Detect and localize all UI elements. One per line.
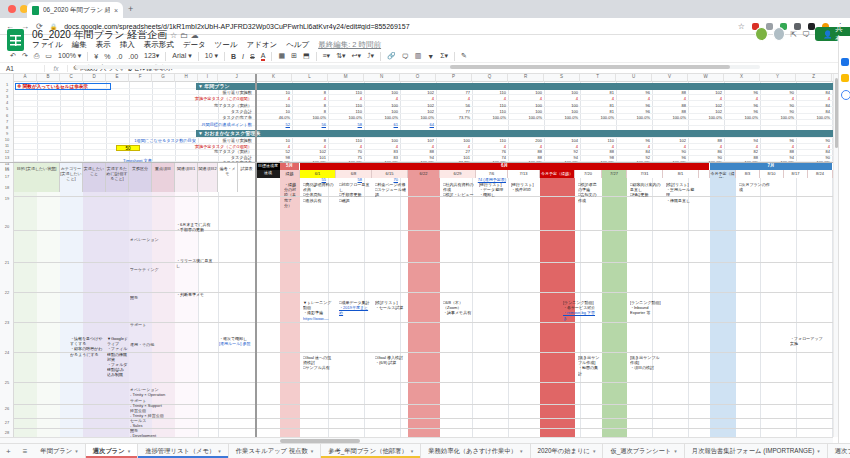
date-header-cell[interactable]: 7/13 bbox=[508, 170, 540, 178]
functions-icon[interactable]: Σ▾ bbox=[440, 52, 448, 60]
stat-value[interactable]: 100 bbox=[364, 90, 399, 96]
column-header[interactable]: G bbox=[152, 74, 175, 82]
row-header[interactable]: 23 bbox=[0, 320, 14, 328]
a1-note-cell[interactable]: ※ 関数が入っているセルは非表示 bbox=[15, 83, 111, 90]
task-cell[interactable]: [抜き出サンプル作成]・項目の検討 bbox=[630, 355, 661, 371]
stat-value[interactable]: 8 bbox=[292, 103, 327, 109]
stat-value[interactable]: 110 bbox=[472, 103, 507, 109]
date-header-cell[interactable]: 今月予定（繰越） bbox=[540, 170, 575, 178]
date-header-cell[interactable]: 8/3 bbox=[736, 170, 760, 178]
horizontal-align-icon[interactable]: ≡▾ bbox=[323, 52, 331, 60]
column-header[interactable]: Z bbox=[796, 74, 832, 82]
date-header-cell[interactable]: 8/1 bbox=[663, 170, 699, 178]
stat-value[interactable] bbox=[796, 177, 831, 183]
stat-value[interactable]: 100 bbox=[508, 103, 543, 109]
bookmark-star-icon[interactable]: ☆ bbox=[738, 22, 745, 31]
stat-value[interactable]: 110 bbox=[328, 103, 363, 109]
stat-value[interactable]: 81 bbox=[580, 109, 615, 115]
stat-value[interactable] bbox=[796, 122, 831, 128]
date-header-cell[interactable]: 7/31 bbox=[627, 170, 663, 178]
stat-value[interactable]: 88 bbox=[652, 103, 687, 109]
stat-value[interactable]: 110 bbox=[472, 90, 507, 96]
menu-データ[interactable]: データ bbox=[183, 40, 206, 50]
date-header-cell[interactable]: 6/29 bbox=[440, 170, 476, 178]
column-header[interactable]: L bbox=[292, 74, 328, 82]
italic-icon[interactable]: I bbox=[242, 53, 244, 60]
stat-value[interactable]: 10 bbox=[256, 90, 291, 96]
sheet-tab[interactable]: 進捗管理リスト（メモ）▾ bbox=[138, 444, 229, 458]
close-window-button[interactable] bbox=[8, 5, 16, 13]
stat-value[interactable]: 100.0% bbox=[508, 115, 543, 121]
task-cell[interactable]: ・リリース後に見直し bbox=[176, 258, 214, 268]
spreadsheet-grid[interactable]: ABCDEFGHIJKLMNOPQRSTUVWXYZ12345678910111… bbox=[0, 74, 833, 437]
stat-value[interactable]: 77 bbox=[436, 90, 471, 96]
task-cell[interactable]: [ランニング動画]・各サービス紹介・remove.bg 下書き bbox=[563, 300, 597, 321]
column-header[interactable]: V bbox=[652, 74, 688, 82]
new-tab-button[interactable]: + bbox=[128, 4, 133, 14]
name-box[interactable]: A1 bbox=[0, 65, 44, 72]
row-header[interactable]: 20 bbox=[0, 224, 14, 232]
stat-value[interactable]: 100.0% bbox=[544, 115, 579, 121]
stat-value[interactable] bbox=[436, 122, 471, 128]
column-header[interactable]: H bbox=[175, 74, 198, 82]
task-cell[interactable]: □対応フロー見直し□手順書更新□確認 bbox=[339, 182, 370, 203]
print-icon[interactable]: ⎙ bbox=[34, 52, 40, 60]
stat-value[interactable]: 81 bbox=[580, 90, 615, 96]
stat-value[interactable]: 110 bbox=[328, 109, 363, 115]
stat-value[interactable]: 100 bbox=[508, 90, 543, 96]
date-header-cell[interactable]: 8/24 bbox=[808, 170, 833, 178]
stat-value[interactable] bbox=[688, 122, 723, 128]
stat-value[interactable]: 58 bbox=[328, 122, 363, 128]
comment-icon[interactable]: 🗨 bbox=[802, 30, 810, 39]
task-cell[interactable]: ▼トレーニング動画・撮影準備https://www.— bbox=[303, 300, 334, 321]
stat-value[interactable]: 102 bbox=[688, 109, 723, 115]
date-header-cell[interactable]: 8/10 bbox=[760, 170, 784, 178]
table-header-cell[interactable]: 実現したいこと bbox=[83, 163, 106, 192]
stat-value[interactable]: 73.7% bbox=[436, 115, 471, 121]
present-icon[interactable]: ⇱ bbox=[790, 30, 797, 39]
sheet-tab-menu-icon[interactable]: ▾ bbox=[520, 448, 523, 454]
row-header[interactable]: 3 bbox=[0, 94, 14, 100]
stat-value[interactable] bbox=[472, 122, 507, 128]
stat-value[interactable]: 84 bbox=[796, 103, 831, 109]
stat-value[interactable]: 96 bbox=[616, 90, 651, 96]
stat-value[interactable] bbox=[544, 122, 579, 128]
fill-color-icon[interactable]: ▦ bbox=[278, 52, 285, 60]
column-header[interactable]: C bbox=[60, 74, 83, 82]
column-header[interactable]: J bbox=[218, 74, 256, 82]
stat-value[interactable]: 100.0% bbox=[616, 115, 651, 121]
row-header[interactable]: 21 bbox=[0, 260, 14, 268]
task-cell[interactable]: ・週次で棚卸し[運用ルール] 参照 bbox=[219, 336, 253, 346]
sheet-tab-menu-icon[interactable]: ▾ bbox=[75, 448, 78, 454]
table-header-cell[interactable]: 試算表 bbox=[238, 163, 256, 192]
stat-value[interactable]: 100 bbox=[364, 109, 399, 115]
stat-value[interactable]: 10 bbox=[256, 103, 291, 109]
task-cell[interactable]: □6/8（木）（Zoom）・議事メモ共有 bbox=[443, 300, 474, 316]
row-header[interactable]: 25 bbox=[0, 380, 14, 388]
column-header[interactable]: K bbox=[256, 74, 292, 82]
sheet-tab[interactable]: 月次報告書集計フォーム (IMPORTRANGE)▾ bbox=[685, 444, 828, 458]
table-header-cell[interactable]: 備考・メモ bbox=[218, 163, 238, 192]
row-header[interactable]: 28 bbox=[0, 430, 14, 437]
task-cell[interactable]: [ランニング動画]・Inbound Exporter 等 bbox=[630, 300, 661, 316]
stat-value[interactable]: 4 bbox=[652, 96, 687, 102]
text-wrap-icon[interactable]: ↩▾ bbox=[352, 52, 361, 60]
format-percent-icon[interactable]: % bbox=[104, 53, 110, 60]
stat-value[interactable]: 84 bbox=[796, 90, 831, 96]
stat-value[interactable] bbox=[508, 122, 543, 128]
table-header-cell[interactable]: 実現するために[計画すること] bbox=[106, 163, 129, 192]
stat-value[interactable] bbox=[616, 122, 651, 128]
row-header[interactable]: 2 bbox=[0, 88, 14, 94]
collaborator-avatar[interactable] bbox=[773, 27, 786, 41]
column-header[interactable]: N bbox=[364, 74, 400, 82]
all-sheets-button[interactable]: ≡ bbox=[17, 444, 34, 458]
row-header[interactable]: 10 bbox=[0, 137, 14, 143]
column-header[interactable]: S bbox=[544, 74, 580, 82]
row-header[interactable]: 16 bbox=[0, 166, 14, 174]
sheet-tab-menu-icon[interactable]: ▾ bbox=[674, 448, 677, 454]
stat-value[interactable]: 4 bbox=[508, 96, 543, 102]
stat-value[interactable]: 100 bbox=[544, 90, 579, 96]
month-band[interactable]: 7月 bbox=[710, 163, 833, 170]
date-header-cell[interactable]: 6/22 bbox=[408, 170, 440, 178]
stat-value[interactable]: 110 bbox=[472, 109, 507, 115]
